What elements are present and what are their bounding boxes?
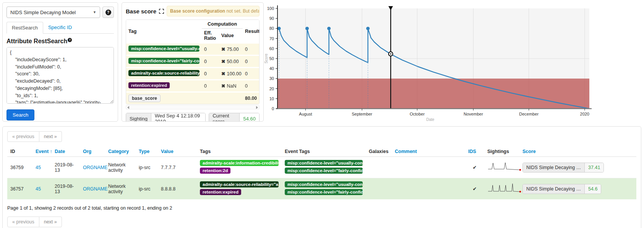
restsearch-title: Attribute RestSearch? — [6, 38, 114, 45]
model-panel: NIDS Simple Decaying Model ▼ ? RestSearc… — [2, 2, 118, 122]
score-model-badge[interactable]: NIDS Simple Decaying … — [523, 163, 585, 172]
attribute-row: 36759 45 2019-08-13 ORGNAME Network acti… — [7, 157, 636, 178]
value-cell: ✖100.00 — [219, 68, 243, 80]
decaying-model-select-value: NIDS Simple Decaying Model — [10, 10, 76, 15]
base-score-row: misp:confidence-level="usually-confident… — [126, 43, 260, 55]
model-help-button[interactable]: ? — [102, 7, 114, 18]
base-score-panel: Base score Base score configuration not … — [122, 2, 264, 122]
base-score-row: admiralty-scale:source-reliability="a" 0… — [126, 68, 260, 80]
current-score-group: Current score 54.60 — [209, 113, 260, 122]
previous-page-button[interactable]: « previous — [7, 131, 39, 142]
tab-specific-id[interactable]: Specific ID — [43, 22, 77, 33]
svg-text:Score: Score — [264, 54, 268, 64]
col-category[interactable]: Category — [105, 147, 136, 157]
base-score-table-wrap: Tag Computation Result Eff. Ratio Value … — [126, 20, 260, 104]
event-link[interactable]: 45 — [36, 165, 41, 170]
col-date[interactable]: Date — [52, 147, 80, 157]
col-value[interactable]: Value — [158, 147, 197, 157]
col-score[interactable]: Score — [519, 147, 636, 157]
result: 0 — [243, 55, 260, 68]
results-table: ID Event ↑ Date Org Category Type Value … — [7, 147, 636, 199]
svg-text:100: 100 — [267, 6, 274, 11]
next-page-button[interactable]: next » — [39, 217, 62, 227]
decaying-model-select[interactable]: NIDS Simple Decaying Model ▼ — [6, 7, 100, 18]
attr-tags: admiralty-scale:source-reliability="a" r… — [197, 178, 282, 200]
scroll-left-icon[interactable] — [127, 106, 129, 109]
attr-id: 36759 — [7, 157, 32, 178]
scroll-right-icon[interactable] — [256, 106, 258, 109]
multiply-icon: ✖ — [221, 83, 225, 89]
horizontal-scrollbar[interactable] — [126, 105, 260, 109]
attr-type: ip-src — [136, 178, 158, 200]
value-cell: ✖50.00 — [219, 55, 243, 68]
restsearch-query-textarea[interactable]: { "includeDecayScore": 1, "includeFullMo… — [6, 47, 114, 104]
ids-check-icon: ✔ — [465, 157, 484, 178]
attr-value: 8.8.8.8 — [158, 178, 197, 200]
tag-badge: misp:confidence-level="fairly-confident" — [128, 58, 200, 64]
chevron-down-icon: ▼ — [93, 10, 96, 14]
base-score-badge: base_score — [128, 94, 161, 102]
col-comment[interactable]: Comment — [392, 147, 465, 157]
multiply-icon: ✖ — [221, 71, 225, 77]
top-section: NIDS Simple Decaying Model ▼ ? RestSearc… — [0, 0, 644, 125]
col-eff-ratio: Eff. Ratio — [202, 29, 219, 43]
svg-text:December: December — [519, 112, 539, 116]
result: 0 — [243, 43, 260, 55]
base-score-table: Tag Computation Result Eff. Ratio Value … — [126, 20, 260, 104]
col-org[interactable]: Org — [80, 147, 105, 157]
tab-restsearch[interactable]: RestSearch — [6, 22, 43, 34]
tag-badge: retention:expired — [128, 82, 170, 88]
previous-page-button[interactable]: « previous — [7, 217, 39, 227]
question-icon: ? — [68, 38, 72, 42]
col-event[interactable]: Event ↑ — [32, 147, 52, 157]
base-score-total: 80.00 — [243, 92, 260, 104]
score-model-badge[interactable]: NIDS Simple Decaying … — [523, 184, 585, 194]
col-sightings: Sightings — [484, 147, 519, 157]
org-link[interactable]: ORGNAME — [83, 165, 108, 170]
eff-ratio: 0 — [202, 80, 219, 92]
current-score-label: Current score — [209, 113, 240, 122]
attribute-row: 36757 45 2019-08-13 ORGNAME Network acti… — [7, 178, 636, 200]
base-score-total-row: base_score 80.00 — [126, 92, 260, 104]
score-value: 54.6 — [585, 184, 601, 194]
svg-text:50: 50 — [269, 56, 274, 61]
attr-date: 2019-08-13 — [52, 157, 80, 178]
base-score-title: Base score — [126, 8, 156, 15]
decay-chart-wrap: 0102030405060708090100AugustSeptemberOct… — [264, 2, 602, 124]
col-id: ID — [7, 147, 32, 157]
svg-text:70: 70 — [269, 36, 274, 41]
col-ids[interactable]: IDS — [465, 147, 484, 157]
value-cell: ✖NaN — [219, 80, 243, 92]
attr-galaxies — [366, 157, 392, 178]
tag-badge: misp:confidence-level="fairly-confident" — [285, 189, 363, 195]
svg-text:10: 10 — [269, 96, 274, 101]
search-button[interactable]: Search — [6, 109, 34, 121]
org-link[interactable]: ORGNAME — [83, 186, 108, 192]
base-score-row: misp:confidence-level="fairly-confident"… — [126, 55, 260, 68]
col-type[interactable]: Type — [136, 147, 158, 157]
multiply-icon: ✖ — [221, 59, 225, 64]
decay-chart: 0102030405060708090100AugustSeptemberOct… — [264, 2, 602, 124]
sightings-sparkline — [484, 178, 519, 200]
col-computation: Computation — [202, 20, 243, 29]
tag-badge: misp:confidence-level="usually-confident… — [285, 160, 363, 166]
svg-text:90: 90 — [269, 16, 274, 21]
attr-score: NIDS Simple Decaying … 37.41 — [519, 157, 636, 178]
col-value: Value — [219, 29, 243, 43]
col-tag: Tag — [126, 20, 202, 43]
attr-tags: admiralty-scale:information-credibility=… — [197, 157, 282, 178]
svg-text:2020: 2020 — [580, 112, 589, 116]
svg-text:20: 20 — [269, 86, 274, 91]
attr-event-tags: misp:confidence-level="usually-confident… — [282, 157, 366, 178]
search-tabs: RestSearch Specific ID — [6, 22, 114, 34]
expand-icon[interactable] — [159, 9, 164, 14]
event-link[interactable]: 45 — [36, 186, 41, 192]
svg-text:August: August — [299, 112, 312, 116]
tag-badge: misp:confidence-level="usually-confident… — [285, 181, 363, 187]
attr-type: ip-src — [136, 157, 158, 178]
next-page-button[interactable]: next » — [39, 131, 62, 142]
sighting-label: Sighting — [126, 113, 151, 122]
current-score-value: 54.60 — [240, 113, 259, 122]
pagination-bottom: « previous next » — [7, 217, 62, 227]
results-header-row: ID Event ↑ Date Org Category Type Value … — [7, 147, 636, 157]
